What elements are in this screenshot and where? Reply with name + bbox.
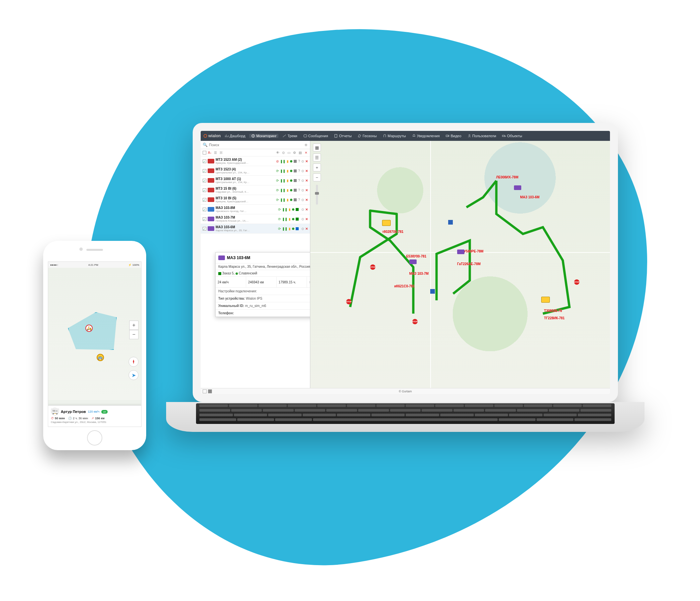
map-vehicle-label[interactable]: ТГ228ИК-781 (544, 316, 565, 320)
unit-checkbox[interactable] (203, 217, 206, 221)
remove-icon[interactable]: ✕ (305, 159, 308, 163)
remove-all-icon[interactable]: ✕ (304, 150, 308, 155)
zoom-out-button[interactable]: − (313, 173, 321, 181)
nav-notifications[interactable]: Уведомления (410, 134, 442, 138)
pin-icon[interactable]: ⊙ (301, 179, 304, 182)
copyright: © Gurtam (399, 390, 411, 393)
nav-objects[interactable]: Объекты (500, 134, 524, 138)
zoom-slider[interactable] (316, 185, 318, 205)
unit-row[interactable]: МТЗ 1000 АТ (1) Центральная ул., 154, Кр… (201, 176, 310, 185)
unit-row[interactable]: МАЗ 103-7М Генерала Кныша ул., 14,… ⟳ ❚❚… (201, 214, 310, 224)
phone-zoom-in[interactable]: + (129, 321, 139, 330)
online-dot (292, 218, 294, 220)
unit-checkbox[interactable] (203, 198, 206, 202)
ruler-button[interactable]: ☰ (313, 153, 321, 161)
add-icon[interactable]: ＋ (304, 143, 308, 147)
unit-checkbox[interactable] (203, 179, 206, 182)
nav-geozones[interactable]: Геозоны (355, 134, 378, 138)
phone-status-bar: ●●●●○ 4:21 PM ⚡ 100% (48, 262, 141, 268)
bus-marker[interactable] (541, 297, 550, 303)
vehicle-marker[interactable] (514, 185, 521, 190)
list-icon[interactable]: ▤ (298, 150, 302, 155)
footer: © Gurtam (201, 388, 610, 394)
phone-zoom-out[interactable]: − (129, 330, 139, 339)
layout-1-icon[interactable] (203, 390, 207, 393)
nav-video[interactable]: Видео (444, 134, 463, 138)
pin-icon[interactable]: ⊙ (301, 217, 304, 221)
remove-icon[interactable]: ✕ (305, 198, 308, 202)
remove-icon[interactable]: ✕ (305, 179, 308, 182)
map-vehicle-label[interactable]: ГаТ226АЕ-78М (457, 262, 481, 266)
nav-tracks[interactable]: Треки (280, 134, 299, 138)
follow-icon[interactable]: ⊙ (281, 150, 285, 155)
home-button[interactable] (87, 430, 102, 446)
compass-button[interactable] (129, 357, 139, 367)
unit-checkbox[interactable] (203, 159, 206, 163)
pin-icon[interactable]: ⊙ (301, 189, 304, 192)
settings-icon[interactable]: ⚙ (292, 150, 297, 155)
vehicle-marker[interactable] (409, 259, 417, 264)
map-vehicle-label[interactable]: Т308088-78 (544, 309, 562, 312)
select-all-checkbox[interactable] (203, 151, 206, 154)
nav-reports[interactable]: Отчеты (332, 134, 353, 138)
remove-icon[interactable]: ✕ (305, 189, 308, 192)
screen-icon[interactable]: ▭ (287, 150, 291, 155)
unit-row[interactable]: МТЗ 1523 АМ (2) Крикуна, Краснодарский… … (201, 156, 310, 166)
unit-row[interactable]: МТЗ 15 ВI (6) Садовая ул., Элитный, К… ⟳… (201, 185, 310, 195)
driver-card[interactable]: 56 с 🛵 Артур Петров 120 км/ч on ⏱50 мин … (48, 405, 141, 427)
zoom-in-button[interactable]: + (313, 164, 321, 171)
remove-icon[interactable]: ✕ (305, 227, 308, 230)
map-vehicle-label[interactable]: МАЗ 103-7М (409, 272, 429, 275)
phone-map[interactable]: 🛵 🚌 + − ➤ (48, 268, 141, 400)
remove-icon[interactable]: ✕ (305, 169, 308, 173)
vehicle-marker[interactable] (457, 250, 465, 254)
map-vehicle-label[interactable]: т8028700-781 (382, 230, 403, 233)
locate-button[interactable]: ➤ (129, 370, 139, 380)
map-vehicle-label[interactable]: ЛЕ008ИХ-78М (496, 175, 518, 179)
bus-stop-marker (430, 289, 435, 294)
nav-dashboard[interactable]: Дашборд (223, 134, 247, 138)
scooter-marker[interactable]: 🛵 (85, 325, 93, 332)
online-dot (292, 208, 294, 210)
layers-button[interactable]: ▦ (313, 144, 321, 151)
pin-icon[interactable]: ⊙ (301, 169, 304, 173)
video-icon (446, 134, 450, 138)
nav-users[interactable]: Пользователи (466, 134, 498, 138)
eye-icon[interactable]: 👁 (275, 150, 280, 155)
pin-icon[interactable]: ⊙ (301, 159, 304, 163)
unit-name: МАЗ 103-8М (216, 206, 277, 210)
unit-checkbox[interactable] (203, 169, 206, 173)
bus-marker[interactable]: 🚌 (97, 354, 104, 361)
nav-monitoring[interactable]: Мониторинг (249, 134, 278, 138)
remove-icon[interactable]: ✕ (305, 208, 308, 211)
unit-row[interactable]: МТЗ 1523 (4) Центральная ул., 154, Кр… ⟳… (201, 166, 310, 176)
unit-checkbox[interactable] (203, 208, 206, 211)
nav-messages[interactable]: Сообщения (301, 134, 330, 138)
filter-icon[interactable]: ☵ (219, 150, 223, 155)
remove-icon[interactable]: ✕ (305, 217, 308, 221)
unit-address: Карла Маркса ул., 35, Гат… (216, 229, 277, 232)
unit-row[interactable]: МАЗ 103-8М Чуковского проезд, Гат… ⟳ ❚❚ … (201, 205, 310, 214)
color-square (294, 189, 297, 192)
unit-checkbox[interactable] (203, 227, 206, 230)
map-vehicle-label[interactable]: Е538У00-781 (406, 254, 427, 258)
map-vehicle-label[interactable]: яК621С0-781 (394, 284, 415, 288)
chart-icon (225, 134, 229, 138)
unit-checkbox[interactable] (203, 189, 206, 192)
search-input[interactable] (208, 142, 304, 148)
signal-icon: ▮ (287, 159, 289, 163)
nav-routes[interactable]: Маршруты (381, 134, 408, 138)
map-vehicle-label[interactable]: МАЗ 103-6М (520, 195, 540, 199)
tooltip-metrics: 24 км/ч 246943 км 17989.15 ч. ✕11 59.563… (216, 276, 310, 287)
sort-az-icon[interactable]: A↓ (208, 150, 212, 155)
columns-icon[interactable]: ☰ (213, 150, 218, 155)
geozone-icon (357, 134, 361, 138)
unit-row[interactable]: МАЗ 103-6М Карла Маркса ул., 35, Гат… ⟳ … (201, 224, 310, 233)
bus-marker[interactable] (382, 220, 391, 226)
layout-2-icon[interactable] (208, 390, 212, 393)
pin-icon[interactable]: ⊙ (301, 227, 304, 230)
map[interactable]: STOP STOP STOP STOP ЛЕ008ИХ-78ММАЗ 103-6… (310, 141, 610, 388)
unit-row[interactable]: МТЗ 10 BI (5) Крикуна, Краснодарский… ⟳ … (201, 195, 310, 205)
pin-icon[interactable]: ⊙ (301, 198, 304, 202)
pin-icon[interactable]: ⊙ (301, 208, 304, 211)
